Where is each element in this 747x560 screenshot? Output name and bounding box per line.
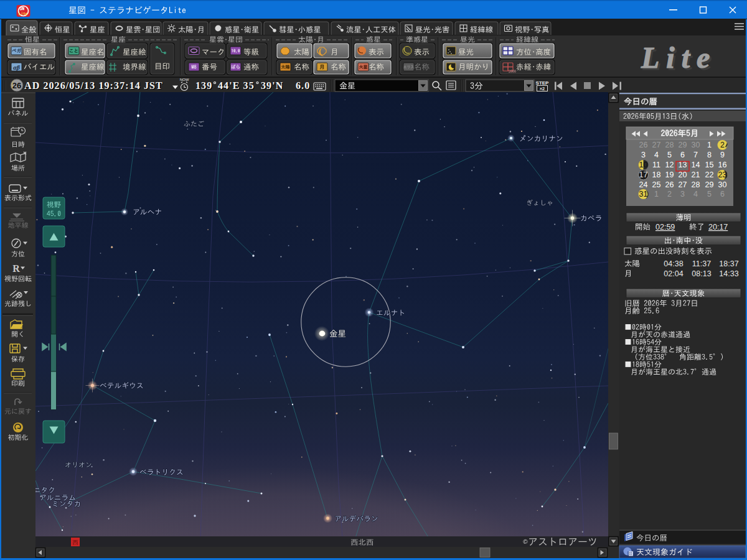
svg-text:02:59: 02:59 <box>655 223 675 231</box>
svg-text:AD 2026/05/13 19:37:14 JST: AD 2026/05/13 19:37:14 JST <box>24 80 163 91</box>
svg-text:04:38: 04:38 <box>664 259 683 268</box>
svg-text:2: 2 <box>720 141 725 149</box>
svg-text:5: 5 <box>707 190 712 198</box>
svg-text:27: 27 <box>652 141 661 149</box>
svg-text:16: 16 <box>718 161 727 169</box>
svg-text:30: 30 <box>718 180 727 189</box>
svg-text:17: 17 <box>639 170 648 179</box>
svg-text:3: 3 <box>680 190 685 198</box>
svg-text:6.0: 6.0 <box>296 80 310 91</box>
svg-text:6: 6 <box>720 190 725 198</box>
svg-text:1: 1 <box>707 141 712 149</box>
svg-text:25: 25 <box>652 180 661 189</box>
svg-text:20:17: 20:17 <box>708 223 728 231</box>
svg-text:18: 18 <box>652 170 661 179</box>
svg-text:26: 26 <box>12 81 21 90</box>
svg-text:24: 24 <box>639 180 648 189</box>
svg-text:10: 10 <box>639 161 648 169</box>
svg-text:14:33: 14:33 <box>719 269 738 278</box>
svg-text:02:04: 02:04 <box>664 269 683 278</box>
svg-text:STEP: STEP <box>536 80 550 86</box>
svg-text:08:13: 08:13 <box>692 269 711 278</box>
svg-text:29: 29 <box>705 180 714 189</box>
svg-text:×2: ×2 <box>540 86 545 91</box>
svg-text:27: 27 <box>679 180 687 189</box>
svg-text:44'E 35: 44'E 35 <box>218 80 255 91</box>
svg-text:19: 19 <box>665 170 674 179</box>
svg-text:15: 15 <box>705 161 714 169</box>
svg-text:Lite: Lite <box>641 41 716 74</box>
svg-text:4: 4 <box>654 151 659 159</box>
svg-text:2: 2 <box>667 190 672 198</box>
svg-text:1: 1 <box>654 190 659 198</box>
svg-text:9: 9 <box>720 151 725 159</box>
svg-text:3: 3 <box>641 151 646 159</box>
svg-text:14: 14 <box>692 161 700 169</box>
svg-text:28: 28 <box>665 141 674 149</box>
svg-text:12: 12 <box>665 161 674 169</box>
svg-text:5: 5 <box>667 151 672 159</box>
svg-text:18:37: 18:37 <box>719 259 738 268</box>
svg-text:11:37: 11:37 <box>692 259 711 268</box>
svg-text:8: 8 <box>707 151 712 159</box>
svg-text:29: 29 <box>679 141 687 149</box>
svg-text:20: 20 <box>679 170 687 179</box>
svg-text:30: 30 <box>692 141 700 149</box>
svg-text:39'N: 39'N <box>261 80 283 91</box>
svg-text:31: 31 <box>639 190 648 198</box>
svg-text:7: 7 <box>693 151 698 159</box>
svg-text:R: R <box>12 263 20 274</box>
svg-text:26: 26 <box>665 180 674 189</box>
svg-text:26: 26 <box>639 141 648 149</box>
svg-text:4: 4 <box>693 190 698 198</box>
svg-text:6: 6 <box>680 151 685 159</box>
svg-text:NOW: NOW <box>180 78 189 82</box>
svg-text:αβ: αβ <box>13 64 21 71</box>
svg-text:23: 23 <box>718 170 727 179</box>
svg-text:11: 11 <box>652 161 660 169</box>
svg-text:21: 21 <box>692 170 700 179</box>
svg-text:28: 28 <box>692 180 700 189</box>
svg-text:139: 139 <box>195 80 212 91</box>
svg-text:22: 22 <box>705 170 714 179</box>
